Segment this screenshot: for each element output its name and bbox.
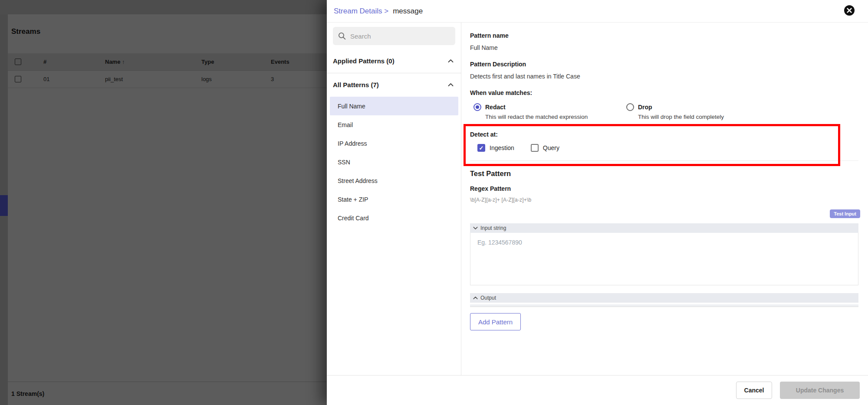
update-changes-button[interactable]: Update Changes: [780, 382, 860, 399]
pattern-description-value: Detects first and last names in Title Ca…: [470, 73, 580, 80]
redact-label: Redact: [485, 104, 506, 111]
chevron-up-icon: [448, 83, 454, 87]
chevron-up-icon: [473, 296, 478, 300]
modal-header: Stream Details > message: [327, 0, 868, 23]
search-icon: [338, 32, 346, 40]
chevron-down-icon: [473, 226, 478, 230]
redact-radio[interactable]: [473, 103, 481, 111]
stream-details-modal: Stream Details > message: [327, 0, 868, 405]
pattern-item-state-zip[interactable]: State + ZIP: [327, 190, 461, 209]
ingestion-checkbox[interactable]: ✓: [477, 144, 485, 152]
pattern-item-credit-card[interactable]: Credit Card: [327, 209, 461, 227]
pattern-item-ssn[interactable]: SSN: [327, 153, 461, 171]
drop-radio[interactable]: [626, 103, 634, 111]
detect-options-row: ✓ Ingestion Query: [477, 144, 559, 152]
drop-description: This will drop the field completely: [638, 114, 724, 120]
test-input-button[interactable]: Test Input: [830, 209, 860, 218]
pattern-list: Full Name Email IP Address SSN Street Ad…: [327, 97, 461, 227]
test-input-textarea[interactable]: [470, 233, 858, 285]
redact-description: This will redact the matched expression: [485, 114, 588, 120]
modal-footer: Cancel Update Changes: [327, 375, 868, 405]
pattern-list-panel: Applied Patterns (0) All Patterns (7) Fu…: [327, 23, 461, 375]
ingestion-label: Ingestion: [490, 144, 514, 151]
search-input[interactable]: [350, 33, 446, 40]
search-box[interactable]: [333, 27, 455, 45]
pattern-description-label: Pattern Description: [470, 61, 526, 68]
close-button[interactable]: [844, 5, 855, 16]
all-patterns-section-header[interactable]: All Patterns (7): [327, 75, 461, 94]
redact-option[interactable]: Redact This will redact the matched expr…: [473, 103, 588, 120]
add-pattern-button[interactable]: Add Pattern: [470, 313, 521, 330]
pattern-name-value: Full Name: [470, 44, 498, 51]
when-value-matches-label: When value matches:: [470, 89, 532, 96]
pattern-name-label: Pattern name: [470, 32, 509, 39]
query-checkbox[interactable]: [531, 144, 539, 152]
output-collapsed-area: [470, 304, 858, 307]
cancel-button[interactable]: Cancel: [736, 382, 772, 399]
pattern-item-ip-address[interactable]: IP Address: [327, 134, 461, 153]
drop-label: Drop: [638, 104, 652, 111]
breadcrumb-parent-link[interactable]: Stream Details >: [334, 7, 388, 16]
breadcrumb-current: message: [393, 7, 423, 16]
section-divider: [327, 73, 461, 73]
applied-patterns-section-header[interactable]: Applied Patterns (0): [327, 51, 461, 70]
pattern-item-full-name[interactable]: Full Name: [330, 97, 458, 115]
pattern-item-street-address[interactable]: Street Address: [327, 171, 461, 190]
output-section-header[interactable]: Output: [470, 293, 858, 303]
output-label: Output: [480, 295, 496, 301]
close-icon: [844, 5, 855, 16]
chevron-up-icon: [448, 59, 454, 63]
regex-pattern-label: Regex Pattern: [470, 185, 511, 192]
screen: Streams # Name ↑ Type Events 01 pii_test…: [0, 0, 868, 405]
test-pattern-title: Test Pattern: [470, 170, 511, 178]
drop-option[interactable]: Drop This will drop the field completely: [626, 103, 724, 120]
input-string-label: Input string: [480, 225, 506, 231]
pattern-item-email[interactable]: Email: [327, 115, 461, 134]
section-divider: [470, 160, 858, 161]
regex-pattern-value: \b[A-Z][a-z]+ [A-Z][a-z]+\b: [470, 197, 531, 203]
input-string-section-header[interactable]: Input string: [470, 223, 858, 233]
query-label: Query: [543, 144, 559, 151]
detect-at-label: Detect at:: [470, 131, 498, 138]
pattern-detail-panel: Pattern name Full Name Pattern Descripti…: [461, 23, 868, 375]
